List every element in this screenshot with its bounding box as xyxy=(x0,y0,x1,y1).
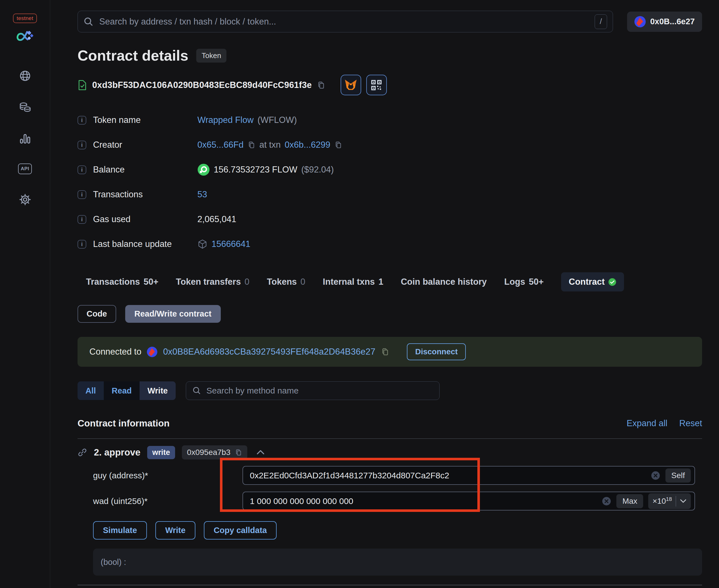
filter-read[interactable]: Read xyxy=(104,381,140,400)
copy-selector-button[interactable] xyxy=(235,448,242,456)
tab-coin-balance-history[interactable]: Coin balance history xyxy=(400,277,487,287)
block-cube-icon xyxy=(198,239,207,250)
method-name: 2. approve xyxy=(94,447,140,458)
qr-code-button[interactable] xyxy=(366,75,387,95)
copy-creator-button[interactable] xyxy=(248,141,255,149)
api-icon: API xyxy=(18,164,32,174)
field-label-wad: wad (uint256)* xyxy=(93,497,243,506)
page-title: Contract details xyxy=(78,47,188,64)
field-row-wad: wad (uint256)* Max ×1018 xyxy=(93,491,702,510)
tab-internal-txns[interactable]: Internal txns 1 xyxy=(323,277,384,287)
search-input[interactable] xyxy=(99,17,589,27)
output-bool-label: (bool) : xyxy=(101,558,126,567)
contract-address: 0xd3bF53DAC106A0290B0483EcBC89d40FcC961f… xyxy=(92,80,312,90)
multiplier-dropdown[interactable]: ×1018 xyxy=(648,493,691,509)
globe-icon xyxy=(19,70,31,82)
page-header: Contract details Token xyxy=(78,47,702,64)
token-name-label: Token name xyxy=(93,115,141,125)
clear-field-button[interactable] xyxy=(602,497,611,506)
info-icon[interactable]: i xyxy=(78,240,86,249)
info-row-balance: i Balance 156.73532723 FLOW ($92.04) xyxy=(78,157,702,182)
top-bar: / 0x0B...6e27 xyxy=(78,11,702,33)
info-icon[interactable]: i xyxy=(78,190,86,199)
contract-type-badge: Token xyxy=(196,49,226,63)
gas-used-label: Gas used xyxy=(93,214,130,224)
main-content: / 0x0B...6e27 Contract details Token 0xd… xyxy=(50,0,719,586)
flow-coin-icon xyxy=(198,164,210,176)
verified-contract-icon xyxy=(78,80,87,91)
global-search[interactable]: / xyxy=(78,11,613,33)
transactions-count-link[interactable]: 53 xyxy=(198,189,207,200)
account-address: 0x0B...6e27 xyxy=(650,17,695,26)
qr-code-icon xyxy=(370,79,382,91)
connected-label: Connected to xyxy=(89,347,141,357)
token-name-link[interactable]: Wrapped Flow xyxy=(198,115,253,125)
link-anchor-icon[interactable] xyxy=(78,448,87,457)
search-icon xyxy=(192,386,201,395)
tab-contract[interactable]: Contract xyxy=(561,272,624,292)
tab-count: 0 xyxy=(244,277,249,287)
filter-write[interactable]: Write xyxy=(140,381,176,400)
copy-address-button[interactable] xyxy=(317,81,325,90)
tab-tokens[interactable]: Tokens 0 xyxy=(267,277,305,287)
creation-txn-link[interactable]: 0x6b...6299 xyxy=(285,140,330,150)
info-row-creator: i Creator 0x65...66Fd at txn 0x6b...6299 xyxy=(78,132,702,157)
search-icon xyxy=(83,17,94,27)
reset-link[interactable]: Reset xyxy=(679,418,702,428)
filter-all[interactable]: All xyxy=(78,381,104,400)
max-button[interactable]: Max xyxy=(616,494,643,508)
field-label-guy: guy (address)* xyxy=(93,471,243,480)
chevron-up-icon xyxy=(256,450,265,455)
connected-address-link[interactable]: 0x0B8EA6d6983cCBa39275493FEf648a2D64B36e… xyxy=(163,347,375,357)
sidebar-item-settings[interactable] xyxy=(19,193,31,206)
at-txn-label: at txn xyxy=(260,140,281,150)
creator-address-link[interactable]: 0x65...66Fd xyxy=(198,140,244,150)
read-write-subtab[interactable]: Read/Write contract xyxy=(125,305,221,323)
divider xyxy=(78,438,702,439)
tab-transactions[interactable]: Transactions 50+ xyxy=(86,277,159,287)
copy-calldata-button[interactable]: Copy calldata xyxy=(204,521,277,540)
collapse-method-button[interactable] xyxy=(256,450,265,455)
method-selector-badge: 0x095ea7b3 xyxy=(182,445,247,460)
clear-field-button[interactable] xyxy=(651,471,660,480)
method-search-input[interactable] xyxy=(206,386,433,396)
tab-logs[interactable]: Logs 50+ xyxy=(504,277,543,287)
sidebar: testnet xyxy=(0,0,50,588)
guy-address-input[interactable] xyxy=(250,471,646,480)
wad-uint256-input[interactable] xyxy=(250,497,597,506)
info-row-transactions: i Transactions 53 xyxy=(78,182,702,207)
sidebar-item-api[interactable]: API xyxy=(18,164,32,174)
connected-banner: Connected to 0x0B8EA6d6983cCBa39275493FE… xyxy=(78,337,702,367)
copy-txn-button[interactable] xyxy=(334,141,342,149)
sidebar-item-charts[interactable] xyxy=(19,132,31,144)
multiplier-value: ×1018 xyxy=(653,496,672,506)
app-logo[interactable] xyxy=(16,30,34,44)
disconnect-button[interactable]: Disconnect xyxy=(407,343,466,360)
sidebar-item-tokens[interactable] xyxy=(19,101,32,113)
simulate-button[interactable]: Simulate xyxy=(93,521,147,540)
gas-used-value: 2,065,041 xyxy=(198,214,236,224)
add-to-metamask-button[interactable] xyxy=(341,75,361,95)
method-output-panel: (bool) : xyxy=(93,548,702,575)
block-number-link[interactable]: 15666641 xyxy=(211,239,250,249)
tab-token-transfers[interactable]: Token transfers 0 xyxy=(176,277,249,287)
tab-count: 0 xyxy=(301,277,305,287)
code-subtab[interactable]: Code xyxy=(78,305,116,323)
copy-connected-address-button[interactable] xyxy=(381,347,389,356)
info-icon[interactable]: i xyxy=(78,215,86,224)
info-icon[interactable]: i xyxy=(78,116,86,125)
account-button[interactable]: 0x0B...6e27 xyxy=(627,12,702,32)
method-search[interactable] xyxy=(186,381,439,400)
info-icon[interactable]: i xyxy=(78,141,86,149)
sidebar-item-blockchain[interactable] xyxy=(19,70,31,82)
info-icon[interactable]: i xyxy=(78,166,86,174)
write-button[interactable]: Write xyxy=(156,521,196,540)
balance-label: Balance xyxy=(93,165,125,175)
contract-information-header: Contract information Expand all Reset xyxy=(78,418,702,429)
metamask-fox-icon xyxy=(345,79,357,91)
expand-all-link[interactable]: Expand all xyxy=(626,418,667,428)
info-row-token-name: i Token name Wrapped Flow (WFLOW) xyxy=(78,108,702,132)
method-type-switcher: All Read Write xyxy=(78,381,176,400)
guy-address-field: Self xyxy=(243,466,695,485)
self-button[interactable]: Self xyxy=(665,468,691,483)
